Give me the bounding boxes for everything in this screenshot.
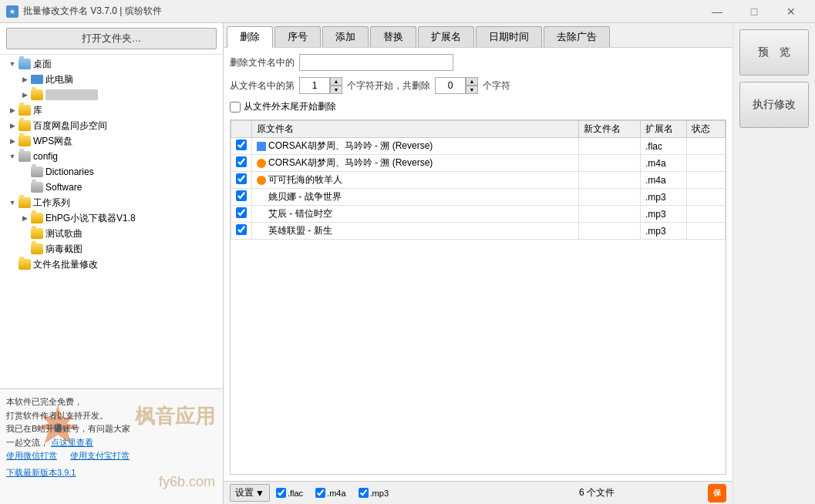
tree-item-virusscreen[interactable]: — 病毒截图: [0, 241, 223, 257]
open-folder-button[interactable]: 打开文件夹…: [6, 28, 217, 49]
tree-item-config[interactable]: ▼ config: [0, 149, 223, 164]
tab-sequence[interactable]: 序号: [274, 26, 321, 47]
tree-item-wps[interactable]: ▶ WPS网盘: [0, 133, 223, 149]
tab-add[interactable]: 添加: [322, 26, 369, 47]
new-name-5: [579, 223, 641, 240]
row-checkbox-0[interactable]: [236, 139, 247, 150]
main-container: 打开文件夹… ▼ 桌面 ▶ 此电脑 ▶ ████████: [0, 23, 815, 504]
count-value-input[interactable]: [435, 77, 466, 94]
ext-filter-flac: .flac: [276, 488, 303, 498]
delete-from-end-checkbox[interactable]: [230, 102, 241, 113]
status-2: [687, 172, 726, 189]
expand-icon-ehpg[interactable]: ▶: [19, 212, 31, 224]
minimize-button[interactable]: —: [699, 0, 735, 23]
expand-icon-user[interactable]: ▶: [19, 89, 31, 101]
preview-button[interactable]: 预 览: [739, 29, 809, 76]
row-checkbox-3[interactable]: [236, 190, 247, 201]
titlebar: ★ 批量修改文件名 V3.7.0 | 缤纷软件 — □ ✕: [0, 0, 815, 23]
table-row: CORSAK胡梦周、马吟吟 - 溯 (Reverse).m4a: [231, 155, 726, 172]
tree-item-user[interactable]: ▶ ████████: [0, 87, 223, 102]
tree-item-thispc[interactable]: ▶ 此电脑: [0, 72, 223, 87]
tree-item-dictionaries[interactable]: — Dictionaries: [0, 164, 223, 180]
delete-range-row: 从文件名中的第 ▲ ▼ 个字符开始，共删除 ▲ ▼: [230, 77, 726, 94]
tree-item-batchrename[interactable]: — 文件名批量修改: [0, 257, 223, 272]
tree-item-ku[interactable]: ▶ 库: [0, 102, 223, 118]
tabs-bar: 删除 序号 添加 替换 扩展名 日期时间 去除广告: [224, 23, 732, 48]
file-name-4: 艾辰 - 错位时空: [268, 208, 332, 219]
file-table-container: 原文件名 新文件名 扩展名 状态 CORSAK胡梦周、马吟吟 - 溯 (Reve…: [230, 119, 726, 475]
row-checkbox-4[interactable]: [236, 207, 247, 218]
maximize-button[interactable]: □: [736, 0, 772, 23]
start-spin-down[interactable]: ▼: [330, 86, 342, 94]
execute-button[interactable]: 执行修改: [739, 82, 809, 128]
ext-1: .m4a: [641, 155, 687, 172]
folder-icon-baiduyun: [19, 120, 31, 131]
ext-checkbox-flac[interactable]: [276, 488, 286, 498]
window-controls: — □ ✕: [699, 0, 809, 23]
folder-icon-dictionaries: [31, 166, 43, 177]
settings-button[interactable]: 设置 ▼: [230, 484, 270, 502]
count-spinbox: ▲ ▼: [435, 77, 478, 94]
tree-item-desktop[interactable]: ▼ 桌面: [0, 56, 223, 72]
delete-name-row: 删除文件名中的: [230, 54, 726, 71]
tree-label-ehpg: EhPG小说下载器V1.8: [45, 212, 136, 225]
th-extension: 扩展名: [641, 121, 687, 138]
tab-content-delete: 删除文件名中的 从文件名中的第 ▲ ▼ 个字符开始，共删除: [224, 48, 732, 481]
row-checkbox-2[interactable]: [236, 173, 247, 184]
start-spin-up[interactable]: ▲: [330, 77, 342, 86]
start-spinbox: ▲ ▼: [299, 77, 342, 94]
settings-label: 设置: [235, 486, 254, 499]
expand-icon-wps[interactable]: ▶: [6, 135, 19, 147]
bottom-bar: 设置 ▼ .flac .m4a .mp3: [224, 481, 732, 504]
th-status: 状态: [687, 121, 726, 138]
tree-item-software[interactable]: — Software: [0, 180, 223, 195]
table-row: 英雄联盟 - 新生.mp3: [231, 223, 726, 240]
expand-icon-workseries[interactable]: ▼: [6, 197, 19, 209]
wechat-pay-link[interactable]: 使用微信打赏: [6, 451, 57, 460]
file-name-5: 英雄联盟 - 新生: [268, 225, 332, 236]
file-name-0: CORSAK胡梦周、马吟吟 - 溯 (Reverse): [268, 140, 433, 151]
row-checkbox-1[interactable]: [236, 156, 247, 167]
delete-text-input[interactable]: [299, 54, 453, 71]
tab-delete[interactable]: 删除: [227, 26, 273, 48]
alipay-link[interactable]: 使用支付宝打赏: [70, 451, 130, 460]
expand-icon-ku[interactable]: ▶: [6, 104, 19, 116]
ext-checkbox-m4a[interactable]: [315, 488, 325, 498]
expand-icon-desktop[interactable]: ▼: [6, 58, 19, 70]
row-checkbox-5[interactable]: [236, 224, 247, 235]
table-row: CORSAK胡梦周、马吟吟 - 溯 (Reverse).flac: [231, 138, 726, 155]
close-button[interactable]: ✕: [773, 0, 809, 23]
tab-datetime[interactable]: 日期时间: [476, 26, 542, 47]
tree-item-ehpg[interactable]: ▶ EhPG小说下载器V1.8: [0, 210, 223, 226]
tab-extension[interactable]: 扩展名: [418, 26, 474, 47]
download-link[interactable]: 下载最新版本3.9.1: [6, 468, 76, 477]
char-end-label: 个字符: [483, 79, 510, 92]
info-panel: 本软件已完全免费， 打赏软件作者以支持开发。 我已在B站开通账号，有问题大家 一…: [0, 388, 223, 504]
file-name-2: 可可托海的牧羊人: [268, 174, 342, 185]
expand-icon-config[interactable]: ▼: [6, 150, 19, 163]
ext-4: .mp3: [641, 206, 687, 223]
start-value-input[interactable]: [299, 77, 330, 94]
tree-item-workseries[interactable]: ▼ 工作系列: [0, 195, 223, 210]
tree-label-wps: WPS网盘: [33, 135, 72, 148]
ext-label-flac: .flac: [288, 489, 303, 498]
delete-label: 删除文件名中的: [230, 56, 295, 69]
expand-icon-thispc[interactable]: ▶: [19, 73, 31, 86]
file-icon-flac-0: [257, 142, 266, 151]
tree-label-virusscreen: 病毒截图: [45, 243, 83, 256]
count-spin-down[interactable]: ▼: [466, 86, 478, 94]
tree-item-baiduyun[interactable]: ▶ 百度网盘同步空间: [0, 118, 223, 133]
view-link[interactable]: 点这里查看: [51, 438, 93, 447]
ext-label-m4a: .m4a: [327, 489, 345, 498]
file-icon-music-2: [257, 176, 266, 185]
th-original-name: 原文件名: [252, 121, 579, 138]
pc-icon: [31, 75, 43, 84]
file-icon-music-1: [257, 159, 266, 168]
tab-remove-ad[interactable]: 去除广告: [544, 26, 610, 47]
ext-checkbox-mp3[interactable]: [359, 488, 369, 498]
tree-item-testsongs[interactable]: — 测试歌曲: [0, 226, 223, 241]
count-spin-up[interactable]: ▲: [466, 77, 478, 86]
ext-filter: .flac .m4a .mp3: [276, 488, 486, 498]
expand-icon-baiduyun[interactable]: ▶: [6, 119, 19, 132]
tab-replace[interactable]: 替换: [370, 26, 416, 47]
